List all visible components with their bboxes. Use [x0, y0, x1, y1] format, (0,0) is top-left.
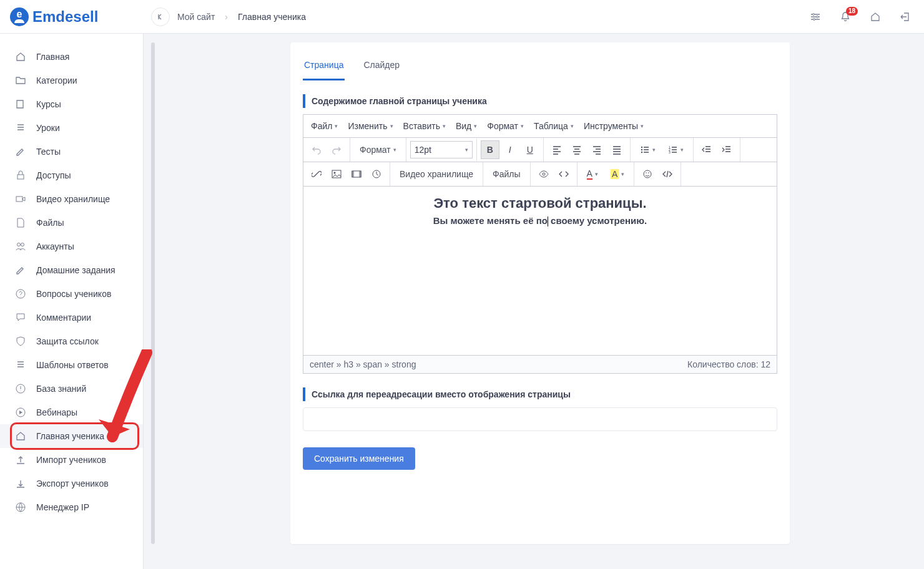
- logout-button[interactable]: [899, 11, 912, 23]
- sidebar-item-12[interactable]: Защита ссылок: [0, 329, 143, 353]
- brand-logo[interactable]: e Emdesell: [10, 7, 144, 26]
- section-redirect-title: Ссылка для переадресации вместо отображе…: [303, 387, 777, 401]
- block-format-select[interactable]: Формат▾: [354, 140, 402, 159]
- preview-button[interactable]: [534, 165, 553, 183]
- tab-0[interactable]: Страница: [303, 56, 345, 80]
- shield-icon: [15, 336, 26, 347]
- media-button[interactable]: [347, 165, 366, 183]
- align-left-button[interactable]: [548, 140, 566, 159]
- sidebar-item-2[interactable]: Курсы: [0, 92, 143, 116]
- redo-button[interactable]: [327, 140, 346, 159]
- breadcrumb-root[interactable]: Мой сайт: [177, 12, 215, 22]
- file-icon: [15, 217, 26, 228]
- italic-button[interactable]: I: [501, 140, 519, 159]
- breadcrumb: Мой сайт › Главная ученика: [177, 12, 306, 22]
- link-button[interactable]: [307, 165, 326, 183]
- editor-menu-1[interactable]: Изменить▾: [346, 119, 394, 134]
- insert-time-button[interactable]: [367, 165, 386, 183]
- sidebar-item-1[interactable]: Категории: [0, 69, 143, 92]
- svg-point-6: [21, 243, 24, 246]
- sidebar-item-15[interactable]: Вебинары: [0, 401, 143, 424]
- question-icon: [15, 288, 26, 299]
- editor-menubar: Файл▾Изменить▾Вставить▾Вид▾Формат▾Таблиц…: [303, 115, 777, 138]
- rich-text-editor: Файл▾Изменить▾Вставить▾Вид▾Формат▾Таблиц…: [303, 114, 777, 374]
- scrollbar-track[interactable]: [151, 42, 155, 544]
- sidebar-item-9[interactable]: Домашние задания: [0, 258, 143, 282]
- bullet-list-button[interactable]: ▾: [634, 140, 661, 159]
- notifications-badge: 18: [846, 7, 858, 16]
- sidebar-item-3[interactable]: Уроки: [0, 116, 143, 140]
- sidebar-item-17[interactable]: Импорт учеников: [0, 448, 143, 472]
- sidebar-item-label: Домашние задания: [36, 265, 115, 275]
- home-shortcut-button[interactable]: [869, 11, 882, 23]
- align-right-button[interactable]: [587, 140, 606, 159]
- sidebar-item-13[interactable]: Шаблоны ответов: [0, 353, 143, 377]
- bg-color-button[interactable]: A▾: [605, 165, 630, 183]
- undo-icon: [312, 145, 322, 155]
- sidebar-item-8[interactable]: Аккаунты: [0, 235, 143, 258]
- sidebar-item-14[interactable]: База знаний: [0, 377, 143, 401]
- comment-icon: [15, 312, 26, 323]
- editor-path[interactable]: center » h3 » span » strong: [310, 359, 416, 369]
- image-button[interactable]: [327, 165, 346, 183]
- editor-menu-3[interactable]: Вид▾: [455, 119, 478, 134]
- sidebar-item-11[interactable]: Комментарии: [0, 306, 143, 329]
- sidebar-item-6[interactable]: Видео хранилище: [0, 187, 143, 211]
- numbered-list-button[interactable]: 123▾: [662, 140, 689, 159]
- emoji-button[interactable]: [638, 165, 657, 183]
- sidebar-item-19[interactable]: Менеджер IP: [0, 495, 143, 519]
- chevron-down-icon: ▾: [474, 123, 477, 129]
- sidebar-item-0[interactable]: Главная: [0, 45, 143, 69]
- sidebar-item-7[interactable]: Файлы: [0, 211, 143, 235]
- editor-menu-0[interactable]: Файл▾: [310, 119, 339, 134]
- sidebar-collapse-button[interactable]: [151, 7, 170, 26]
- editor-menu-5[interactable]: Таблица▾: [533, 119, 575, 134]
- redirect-url-input[interactable]: [303, 407, 777, 431]
- indent-button[interactable]: [717, 140, 736, 159]
- outdent-button[interactable]: [697, 140, 716, 159]
- align-justify-button[interactable]: [607, 140, 626, 159]
- sidebar-item-4[interactable]: Тесты: [0, 140, 143, 163]
- editor-menu-6[interactable]: Инструменты▾: [582, 119, 645, 134]
- text-color-button[interactable]: A▾: [581, 165, 604, 183]
- align-center-button[interactable]: [568, 140, 586, 159]
- files-button[interactable]: Файлы: [487, 165, 526, 183]
- embed-code-button[interactable]: [658, 165, 677, 183]
- chevron-down-icon: ▾: [681, 147, 684, 153]
- editor-content-area[interactable]: Это текст стартовой страницы. Вы можете …: [303, 187, 777, 355]
- breadcrumb-current: Главная ученика: [238, 12, 306, 22]
- underline-button[interactable]: U: [521, 140, 539, 159]
- svg-point-23: [646, 172, 647, 173]
- sidebar-item-5[interactable]: Доступы: [0, 163, 143, 187]
- svg-point-2: [813, 18, 815, 20]
- play-icon: [15, 407, 26, 418]
- sidebar-item-label: Импорт учеников: [36, 455, 106, 465]
- notifications-button[interactable]: 18: [839, 11, 852, 23]
- settings-sliders-icon[interactable]: [809, 11, 822, 23]
- list-icon: [15, 122, 26, 134]
- chevron-down-icon: ▾: [390, 123, 393, 129]
- template-icon: [15, 359, 26, 371]
- chevron-down-icon: ▾: [443, 123, 446, 129]
- save-button[interactable]: Сохранить изменения: [303, 447, 415, 470]
- editor-statusbar: center » h3 » span » strong Количество с…: [303, 355, 777, 373]
- editor-menu-2[interactable]: Вставить▾: [402, 119, 447, 134]
- undo-button[interactable]: [307, 140, 326, 159]
- svg-point-1: [817, 16, 818, 17]
- sidebar-item-10[interactable]: Вопросы учеников: [0, 282, 143, 306]
- editor-menu-4[interactable]: Формат▾: [486, 119, 525, 134]
- svg-point-11: [641, 147, 642, 148]
- sidebar-item-18[interactable]: Экспорт учеников: [0, 472, 143, 495]
- source-code-button[interactable]: [554, 165, 573, 183]
- bold-button[interactable]: B: [481, 140, 499, 159]
- book-icon: [15, 99, 26, 110]
- ip-icon: [15, 502, 26, 513]
- align-right-icon: [592, 145, 602, 155]
- kb-icon: [15, 383, 26, 394]
- font-size-select[interactable]: 12pt▾: [410, 141, 473, 158]
- sidebar-item-16[interactable]: Главная ученика: [0, 424, 143, 448]
- sidebar-item-label: Экспорт учеников: [36, 479, 109, 489]
- video-storage-button[interactable]: Видео хранилище: [394, 165, 479, 183]
- tab-1[interactable]: Слайдер: [362, 56, 401, 80]
- svg-rect-4: [16, 197, 22, 202]
